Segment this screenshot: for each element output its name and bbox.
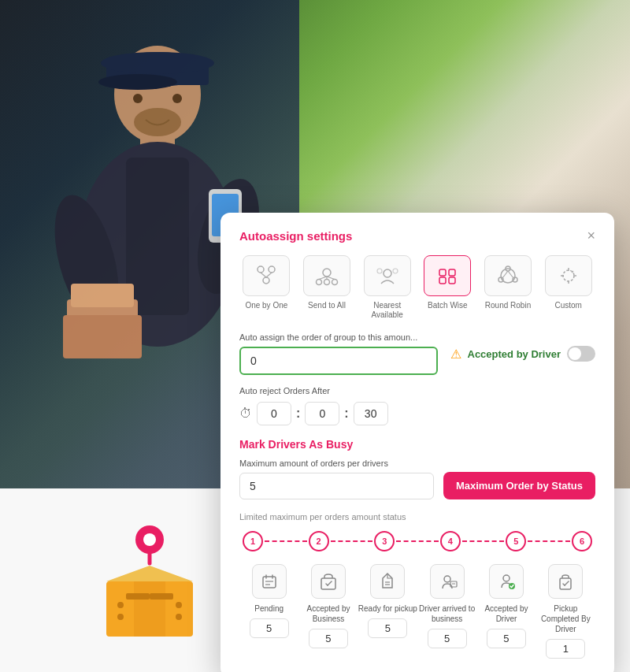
max-orders-row: Maximum amount of orders per drivers Max… — [239, 459, 595, 499]
step-dots-5 — [528, 540, 570, 542]
svg-rect-23 — [126, 593, 150, 600]
step-dots-1 — [265, 540, 307, 542]
svg-rect-13 — [71, 284, 134, 307]
svg-point-36 — [332, 280, 338, 285]
svg-point-42 — [377, 269, 382, 273]
max-orders-left: Maximum amount of orders per drivers — [239, 459, 434, 499]
svg-rect-44 — [439, 269, 446, 276]
accepted-by-driver-row: ⚠ Accepted by Driver — [450, 346, 596, 362]
svg-point-43 — [393, 269, 398, 273]
status-pending: Pending — [239, 564, 298, 659]
driver-arrived-value-input[interactable] — [428, 629, 467, 648]
pickup-completed-value-input[interactable] — [546, 639, 585, 659]
status-columns: Pending Accepted by Business — [239, 564, 595, 659]
assign-type-batch[interactable]: Batch Wise — [421, 255, 475, 320]
time-row: ⏱ : : — [239, 402, 595, 425]
svg-point-29 — [258, 266, 264, 273]
ready-pickup-value-input[interactable] — [368, 618, 407, 638]
ready-pickup-label: Ready for pickup — [358, 603, 417, 614]
pending-label: Pending — [254, 603, 284, 614]
svg-point-68 — [444, 576, 450, 582]
assign-type-send-to-all[interactable]: Send to All — [300, 255, 354, 320]
delivery-box-svg — [91, 522, 209, 640]
time-minutes-input[interactable] — [305, 402, 339, 425]
svg-rect-58 — [263, 577, 276, 588]
batch-label: Batch Wise — [428, 301, 468, 310]
driver-arrived-label: Driver arrived to business — [417, 603, 476, 624]
round-robin-label: Round Robin — [485, 301, 531, 310]
svg-point-37 — [324, 280, 330, 285]
driver-arrived-icon-box — [430, 564, 465, 599]
modal-header: Autoassign settings × — [239, 228, 595, 243]
svg-point-25 — [117, 602, 124, 608]
assign-type-one-by-one[interactable]: One by One — [239, 255, 294, 320]
step-dots-2 — [331, 540, 373, 542]
svg-point-17 — [134, 108, 181, 136]
custom-icon-box — [545, 255, 592, 296]
one-by-one-icon-box — [243, 255, 290, 296]
svg-rect-22 — [134, 581, 165, 637]
step-3: 3 — [374, 531, 395, 551]
auto-reject-section: Auto reject Orders After ⏱ : : — [239, 386, 595, 425]
time-hours-input[interactable] — [257, 402, 291, 425]
max-orders-input[interactable] — [239, 473, 434, 499]
assign-type-nearest[interactable]: Nearest Available — [360, 255, 414, 320]
max-order-status-button[interactable]: Maximum Order by Status — [443, 472, 595, 499]
svg-point-71 — [503, 575, 510, 581]
send-to-all-label: Send to All — [308, 301, 346, 310]
accepted-business-label: Accepted by Business — [298, 603, 358, 624]
svg-rect-45 — [449, 269, 455, 276]
status-accepted-business: Accepted by Business — [298, 564, 358, 659]
auto-assign-input[interactable] — [239, 347, 438, 375]
step-dots-3 — [396, 540, 439, 542]
step-4: 4 — [440, 531, 461, 551]
svg-point-41 — [384, 269, 391, 277]
pickup-completed-icon-box — [548, 564, 583, 599]
time-seconds-input[interactable] — [354, 402, 388, 425]
accepted-driver-value-input[interactable] — [487, 629, 526, 648]
send-to-all-icon — [313, 262, 341, 290]
svg-point-28 — [176, 614, 182, 620]
time-separator-1: : — [296, 407, 300, 421]
step-5: 5 — [506, 531, 526, 551]
status-ready-pickup: Ready for pickup — [358, 564, 417, 659]
pending-value-input[interactable] — [250, 618, 289, 638]
close-button[interactable]: × — [587, 228, 595, 243]
mark-busy-section: Mark Drivers As Busy Maximum amount of o… — [239, 438, 595, 499]
nearest-label: Nearest Available — [360, 301, 414, 320]
max-orders-label: Maximum amount of orders per drivers — [239, 459, 434, 468]
assign-types-row: One by One Send to All — [239, 255, 595, 320]
pending-icon — [258, 570, 280, 592]
accepted-by-driver-label: Accepted by Driver — [468, 348, 561, 360]
svg-rect-46 — [439, 277, 446, 284]
svg-line-33 — [266, 273, 272, 277]
pickup-completed-label: Pickup Completed By Driver — [536, 603, 595, 634]
pickup-completed-icon — [554, 570, 576, 592]
accepted-business-icon — [317, 570, 339, 592]
accepted-by-driver-toggle[interactable] — [567, 346, 595, 362]
auto-reject-label: Auto reject Orders After — [239, 386, 595, 395]
accepted-business-value-input[interactable] — [309, 629, 348, 648]
assign-type-custom[interactable]: Custom — [541, 255, 595, 320]
svg-line-65 — [328, 581, 332, 585]
svg-rect-24 — [150, 593, 173, 600]
auto-assign-row: Auto assign the order of group to this a… — [239, 332, 595, 375]
svg-point-16 — [172, 94, 182, 103]
svg-marker-21 — [106, 566, 193, 581]
svg-line-38 — [319, 277, 327, 280]
nearest-icon-box — [364, 255, 411, 296]
step-1: 1 — [243, 531, 263, 551]
assign-type-round-robin[interactable]: Round Robin — [481, 255, 536, 320]
accepted-driver-icon-box — [489, 564, 524, 599]
svg-line-32 — [261, 273, 266, 277]
round-robin-icon-box — [484, 255, 532, 296]
status-accepted-driver: Accepted by Driver — [476, 564, 536, 659]
step-6: 6 — [572, 531, 592, 551]
autoassign-modal: Autoassign settings × One by One — [220, 213, 614, 672]
svg-point-35 — [317, 280, 322, 285]
svg-rect-47 — [449, 277, 455, 284]
auto-assign-label: Auto assign the order of group to this a… — [239, 332, 438, 342]
svg-point-19 — [143, 533, 156, 546]
svg-point-30 — [269, 266, 275, 273]
status-pickup-completed: Pickup Completed By Driver — [536, 564, 595, 659]
